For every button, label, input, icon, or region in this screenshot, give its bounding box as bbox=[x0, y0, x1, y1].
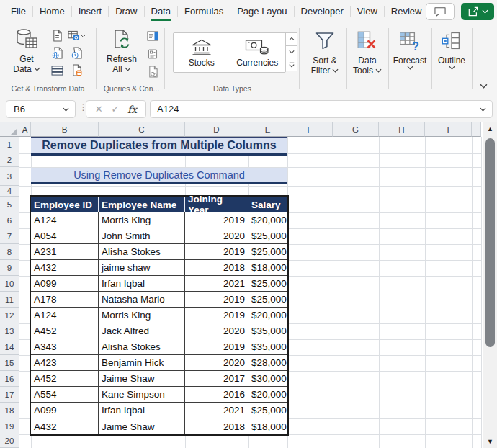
cancel-icon[interactable]: ✕ bbox=[95, 104, 103, 115]
table-cell[interactable]: Jaime Shaw bbox=[99, 418, 185, 434]
title-cell[interactable]: Remove Duplicates from Multiple Columns bbox=[31, 137, 287, 156]
table-cell[interactable]: 2019 bbox=[185, 244, 248, 260]
table-cell[interactable]: 2019 bbox=[185, 339, 248, 355]
table-cell[interactable]: Benjamin Hick bbox=[99, 355, 185, 371]
get-data-button[interactable]: Get Data bbox=[7, 25, 46, 74]
row-header-3[interactable]: 3 bbox=[0, 167, 19, 186]
table-cell[interactable]: Morris King bbox=[99, 308, 185, 323]
table-cell[interactable]: A554 bbox=[31, 387, 99, 403]
row-header-16[interactable]: 16 bbox=[0, 371, 19, 387]
row-header-4[interactable]: 4 bbox=[0, 186, 19, 197]
tab-page-layou[interactable]: Page Layou bbox=[230, 0, 293, 22]
table-cell[interactable]: A343 bbox=[31, 339, 99, 355]
table-cell[interactable]: $25,000 bbox=[248, 276, 287, 292]
table-cell[interactable]: A124 bbox=[31, 308, 99, 323]
column-header-H[interactable]: H bbox=[379, 122, 425, 137]
data-tools-button[interactable]: Data Tools bbox=[348, 27, 387, 76]
column-header-F[interactable]: F bbox=[287, 122, 333, 137]
table-cell[interactable]: A054 bbox=[31, 228, 99, 244]
row-header-20[interactable]: 20 bbox=[0, 434, 19, 448]
table-header-cell[interactable]: Employee Name bbox=[99, 197, 185, 212]
table-cell[interactable]: Morris King bbox=[99, 212, 185, 228]
stocks-data-type[interactable]: Stocks bbox=[174, 33, 230, 72]
column-header-A[interactable]: A bbox=[19, 122, 31, 137]
from-picture-button[interactable] bbox=[67, 27, 86, 44]
table-cell[interactable]: A124 bbox=[31, 212, 99, 228]
table-cell[interactable]: Natasha Marlo bbox=[99, 292, 185, 308]
scrollbar-thumb[interactable] bbox=[485, 138, 495, 347]
insert-function-icon[interactable]: fx bbox=[127, 104, 137, 115]
tab-draw[interactable]: Draw bbox=[109, 0, 143, 22]
tab-file[interactable]: File bbox=[4, 0, 32, 22]
tab-formulas[interactable]: Formulas bbox=[178, 0, 230, 22]
row-header-15[interactable]: 15 bbox=[0, 355, 19, 371]
table-cell[interactable]: 2021 bbox=[185, 276, 248, 292]
table-cell[interactable]: John Smith bbox=[99, 228, 185, 244]
table-cell[interactable]: $20,000 bbox=[248, 387, 287, 403]
row-header-2[interactable]: 2 bbox=[0, 153, 19, 167]
table-cell[interactable]: $18,000 bbox=[248, 260, 287, 276]
outline-button[interactable]: Outline bbox=[433, 27, 470, 70]
table-cell[interactable]: 2020 bbox=[185, 228, 248, 244]
row-header-11[interactable]: 11 bbox=[0, 292, 19, 308]
row-header-13[interactable]: 13 bbox=[0, 323, 19, 339]
table-cell[interactable]: 2020 bbox=[185, 323, 248, 339]
table-cell[interactable]: $35,000 bbox=[248, 339, 287, 355]
table-cell[interactable]: A452 bbox=[31, 323, 99, 339]
table-cell[interactable]: Alisha Stokes bbox=[99, 244, 185, 260]
table-cell[interactable]: $35,000 bbox=[248, 323, 287, 339]
row-header-7[interactable]: 7 bbox=[0, 228, 19, 244]
row-header-19[interactable]: 19 bbox=[0, 418, 19, 434]
currencies-data-type[interactable]: Currencies bbox=[230, 33, 286, 72]
from-table-range-button[interactable] bbox=[48, 62, 66, 79]
row-header-14[interactable]: 14 bbox=[0, 339, 19, 355]
table-cell[interactable]: $18,000 bbox=[248, 418, 287, 434]
table-cell[interactable]: A432 bbox=[31, 418, 99, 434]
gallery-scroll-up-button[interactable] bbox=[285, 32, 297, 45]
tab-developer[interactable]: Developer bbox=[295, 0, 350, 22]
table-cell[interactable]: 2019 bbox=[185, 292, 248, 308]
table-cell[interactable]: A423 bbox=[31, 355, 99, 371]
subtitle-cell[interactable]: Using Remove Duplicates Command bbox=[31, 168, 287, 184]
column-header-partial[interactable] bbox=[472, 122, 481, 137]
table-header-cell[interactable]: Joining Year bbox=[185, 197, 248, 212]
expand-formula-bar-button[interactable] bbox=[480, 107, 492, 112]
column-header-I[interactable]: I bbox=[425, 122, 472, 137]
table-cell[interactable]: $20,000 bbox=[248, 212, 287, 228]
table-cell[interactable]: $28,000 bbox=[248, 355, 287, 371]
gallery-more-button[interactable] bbox=[285, 58, 297, 71]
table-cell[interactable]: Irfan Iqbal bbox=[99, 403, 185, 418]
row-header-18[interactable]: 18 bbox=[0, 403, 19, 418]
column-header-C[interactable]: C bbox=[99, 122, 185, 137]
table-cell[interactable]: Jaime Shaw bbox=[99, 371, 185, 387]
table-cell[interactable]: $25,000 bbox=[248, 292, 287, 308]
share-button[interactable] bbox=[461, 3, 494, 20]
table-cell[interactable]: A231 bbox=[31, 244, 99, 260]
row-header-5[interactable]: 5 bbox=[0, 197, 19, 212]
table-cell[interactable]: Irfan Iqbal bbox=[99, 276, 185, 292]
sort-filter-button[interactable]: Sort & Filter bbox=[305, 27, 345, 76]
table-cell[interactable]: 2018 bbox=[185, 260, 248, 276]
recent-sources-button[interactable] bbox=[67, 45, 86, 61]
row-header-1[interactable]: 1 bbox=[0, 137, 19, 153]
row-header-12[interactable]: 12 bbox=[0, 308, 19, 323]
table-cell[interactable]: 2018 bbox=[185, 418, 248, 434]
forecast-button[interactable]: ? Forecast bbox=[390, 27, 430, 70]
table-cell[interactable]: 2020 bbox=[185, 355, 248, 371]
table-cell[interactable]: A099 bbox=[31, 276, 99, 292]
table-cell[interactable]: Alisha Stokes bbox=[99, 339, 185, 355]
table-cell[interactable]: $25,000 bbox=[248, 403, 287, 418]
tab-view[interactable]: View bbox=[351, 0, 384, 22]
table-cell[interactable]: A432 bbox=[31, 260, 99, 276]
tab-data[interactable]: Data bbox=[145, 0, 177, 22]
row-header-17[interactable]: 17 bbox=[0, 387, 19, 403]
tab-insert[interactable]: Insert bbox=[72, 0, 109, 22]
column-header-G[interactable]: G bbox=[333, 122, 379, 137]
properties-button[interactable] bbox=[143, 45, 162, 62]
gallery-scroll-down-button[interactable] bbox=[285, 45, 297, 58]
enter-check-icon[interactable]: ✓ bbox=[111, 104, 119, 115]
comments-button[interactable] bbox=[426, 3, 455, 20]
row-header-10[interactable]: 10 bbox=[0, 276, 19, 292]
vertical-scrollbar[interactable]: ▲ ▼ bbox=[483, 122, 497, 448]
table-cell[interactable]: 2016 bbox=[185, 387, 248, 403]
